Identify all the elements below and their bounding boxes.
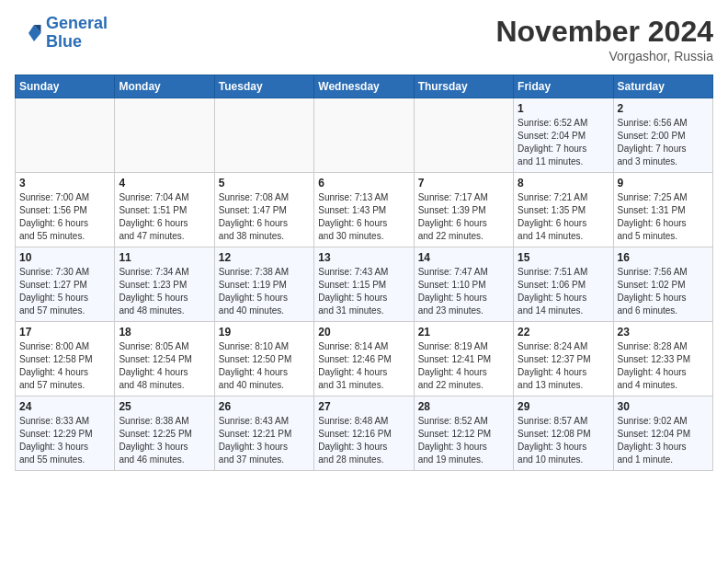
calendar-cell: 3Sunrise: 7:00 AMSunset: 1:56 PMDaylight…	[16, 173, 115, 247]
day-number: 24	[19, 400, 110, 413]
calendar-cell: 23Sunrise: 8:28 AMSunset: 12:33 PMDaylig…	[613, 322, 712, 396]
day-number: 22	[518, 326, 609, 339]
calendar-cell: 7Sunrise: 7:17 AMSunset: 1:39 PMDaylight…	[414, 173, 513, 247]
day-info: Sunrise: 7:38 AMSunset: 1:19 PMDaylight:…	[219, 266, 310, 317]
day-number: 4	[119, 177, 210, 190]
day-number: 11	[119, 251, 210, 264]
calendar-week-1: 1Sunrise: 6:52 AMSunset: 2:04 PMDaylight…	[16, 98, 713, 173]
logo: General Blue	[15, 15, 108, 52]
day-number: 19	[219, 326, 310, 339]
calendar-cell: 13Sunrise: 7:43 AMSunset: 1:15 PMDayligh…	[314, 247, 414, 322]
logo-line1: General	[46, 14, 108, 32]
calendar-table: SundayMondayTuesdayWednesdayThursdayFrid…	[15, 75, 713, 471]
calendar-cell	[16, 98, 115, 173]
day-info: Sunrise: 8:00 AMSunset: 12:58 PMDaylight…	[19, 340, 110, 392]
day-info: Sunrise: 7:30 AMSunset: 1:27 PMDaylight:…	[19, 266, 110, 317]
calendar-header: SundayMondayTuesdayWednesdayThursdayFrid…	[16, 75, 713, 98]
page-header: General Blue November 2024 Vorgashor, Ru…	[15, 15, 713, 63]
calendar-cell: 26Sunrise: 8:43 AMSunset: 12:21 PMDaylig…	[214, 396, 313, 471]
day-number: 12	[219, 251, 310, 264]
calendar-cell: 9Sunrise: 7:25 AMSunset: 1:31 PMDaylight…	[613, 173, 712, 247]
day-info: Sunrise: 7:56 AMSunset: 1:02 PMDaylight:…	[618, 266, 709, 317]
calendar-cell: 18Sunrise: 8:05 AMSunset: 12:54 PMDaylig…	[115, 322, 214, 396]
day-info: Sunrise: 8:48 AMSunset: 12:16 PMDaylight…	[318, 415, 409, 466]
day-info: Sunrise: 6:56 AMSunset: 2:00 PMDaylight:…	[618, 117, 709, 168]
calendar-cell: 6Sunrise: 7:13 AMSunset: 1:43 PMDaylight…	[314, 173, 414, 247]
day-number: 14	[418, 251, 509, 264]
weekday-header-monday: Monday	[115, 75, 214, 98]
logo-line2: Blue	[46, 32, 82, 51]
weekday-header-saturday: Saturday	[613, 75, 712, 98]
logo-text: General Blue	[46, 15, 108, 52]
day-info: Sunrise: 8:33 AMSunset: 12:29 PMDaylight…	[19, 415, 110, 466]
day-number: 18	[119, 326, 210, 339]
day-info: Sunrise: 7:43 AMSunset: 1:15 PMDaylight:…	[318, 266, 409, 317]
day-info: Sunrise: 8:57 AMSunset: 12:08 PMDaylight…	[518, 415, 609, 466]
day-info: Sunrise: 8:24 AMSunset: 12:37 PMDaylight…	[518, 340, 609, 392]
calendar-cell: 25Sunrise: 8:38 AMSunset: 12:25 PMDaylig…	[115, 396, 214, 471]
calendar-cell: 2Sunrise: 6:56 AMSunset: 2:00 PMDaylight…	[613, 98, 712, 173]
day-info: Sunrise: 7:17 AMSunset: 1:39 PMDaylight:…	[418, 191, 509, 243]
calendar-cell: 20Sunrise: 8:14 AMSunset: 12:46 PMDaylig…	[314, 322, 414, 396]
day-info: Sunrise: 7:47 AMSunset: 1:10 PMDaylight:…	[418, 266, 509, 317]
day-number: 9	[618, 177, 709, 190]
calendar-cell: 28Sunrise: 8:52 AMSunset: 12:12 PMDaylig…	[414, 396, 513, 471]
day-number: 8	[518, 177, 609, 190]
calendar-cell: 15Sunrise: 7:51 AMSunset: 1:06 PMDayligh…	[514, 247, 613, 322]
day-number: 21	[418, 326, 509, 339]
calendar-cell: 27Sunrise: 8:48 AMSunset: 12:16 PMDaylig…	[314, 396, 414, 471]
day-number: 29	[518, 400, 609, 413]
calendar-week-5: 24Sunrise: 8:33 AMSunset: 12:29 PMDaylig…	[16, 396, 713, 471]
calendar-week-2: 3Sunrise: 7:00 AMSunset: 1:56 PMDaylight…	[16, 173, 713, 247]
day-info: Sunrise: 8:28 AMSunset: 12:33 PMDaylight…	[618, 340, 709, 392]
day-info: Sunrise: 8:43 AMSunset: 12:21 PMDaylight…	[219, 415, 310, 466]
calendar-cell: 5Sunrise: 7:08 AMSunset: 1:47 PMDaylight…	[214, 173, 313, 247]
calendar-cell: 1Sunrise: 6:52 AMSunset: 2:04 PMDaylight…	[514, 98, 613, 173]
weekday-header-friday: Friday	[514, 75, 613, 98]
day-number: 7	[418, 177, 509, 190]
day-number: 23	[618, 326, 709, 339]
day-info: Sunrise: 7:08 AMSunset: 1:47 PMDaylight:…	[219, 191, 310, 243]
day-info: Sunrise: 8:10 AMSunset: 12:50 PMDaylight…	[219, 340, 310, 392]
day-number: 16	[618, 251, 709, 264]
calendar-cell: 11Sunrise: 7:34 AMSunset: 1:23 PMDayligh…	[115, 247, 214, 322]
day-info: Sunrise: 9:02 AMSunset: 12:04 PMDaylight…	[618, 415, 709, 466]
calendar-cell: 19Sunrise: 8:10 AMSunset: 12:50 PMDaylig…	[214, 322, 313, 396]
day-number: 15	[518, 251, 609, 264]
logo-icon	[15, 19, 42, 47]
day-info: Sunrise: 6:52 AMSunset: 2:04 PMDaylight:…	[518, 117, 609, 168]
weekday-row: SundayMondayTuesdayWednesdayThursdayFrid…	[16, 75, 713, 98]
calendar-cell: 12Sunrise: 7:38 AMSunset: 1:19 PMDayligh…	[214, 247, 313, 322]
day-info: Sunrise: 8:05 AMSunset: 12:54 PMDaylight…	[119, 340, 210, 392]
weekday-header-sunday: Sunday	[16, 75, 115, 98]
calendar-week-3: 10Sunrise: 7:30 AMSunset: 1:27 PMDayligh…	[16, 247, 713, 322]
day-info: Sunrise: 8:38 AMSunset: 12:25 PMDaylight…	[119, 415, 210, 466]
day-number: 13	[318, 251, 409, 264]
day-info: Sunrise: 7:25 AMSunset: 1:31 PMDaylight:…	[618, 191, 709, 243]
day-info: Sunrise: 8:19 AMSunset: 12:41 PMDaylight…	[418, 340, 509, 392]
month-title: November 2024	[495, 15, 713, 49]
day-number: 10	[19, 251, 110, 264]
day-info: Sunrise: 7:04 AMSunset: 1:51 PMDaylight:…	[119, 191, 210, 243]
day-info: Sunrise: 7:51 AMSunset: 1:06 PMDaylight:…	[518, 266, 609, 317]
day-info: Sunrise: 7:34 AMSunset: 1:23 PMDaylight:…	[119, 266, 210, 317]
day-number: 25	[119, 400, 210, 413]
calendar-cell: 29Sunrise: 8:57 AMSunset: 12:08 PMDaylig…	[514, 396, 613, 471]
weekday-header-tuesday: Tuesday	[214, 75, 313, 98]
calendar-cell: 4Sunrise: 7:04 AMSunset: 1:51 PMDaylight…	[115, 173, 214, 247]
day-info: Sunrise: 7:21 AMSunset: 1:35 PMDaylight:…	[518, 191, 609, 243]
calendar-cell: 8Sunrise: 7:21 AMSunset: 1:35 PMDaylight…	[514, 173, 613, 247]
title-block: November 2024 Vorgashor, Russia	[495, 15, 713, 63]
day-number: 6	[318, 177, 409, 190]
weekday-header-thursday: Thursday	[414, 75, 513, 98]
calendar-cell: 14Sunrise: 7:47 AMSunset: 1:10 PMDayligh…	[414, 247, 513, 322]
day-number: 26	[219, 400, 310, 413]
day-number: 17	[19, 326, 110, 339]
calendar-cell: 30Sunrise: 9:02 AMSunset: 12:04 PMDaylig…	[613, 396, 712, 471]
calendar-cell	[314, 98, 414, 173]
day-number: 1	[518, 102, 609, 115]
day-number: 20	[318, 326, 409, 339]
calendar-cell	[414, 98, 513, 173]
day-info: Sunrise: 8:52 AMSunset: 12:12 PMDaylight…	[418, 415, 509, 466]
day-number: 30	[618, 400, 709, 413]
